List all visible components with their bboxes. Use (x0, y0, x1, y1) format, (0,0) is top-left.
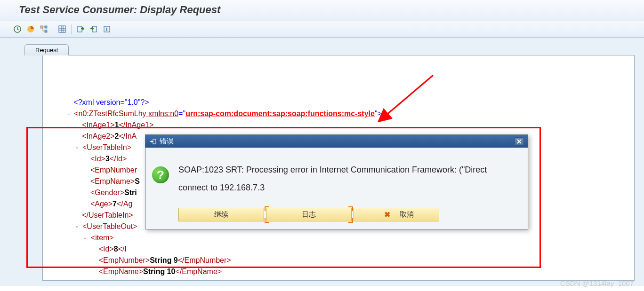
dialog-title-text: 错误 (160, 137, 174, 146)
svg-text:i: i (106, 26, 107, 32)
log-button[interactable]: 日志 (266, 208, 352, 221)
svg-rect-2 (40, 26, 43, 28)
app-header: Test Service Consumer: Display Request (0, 0, 644, 21)
tab-request[interactable]: Request (24, 44, 69, 55)
toolbar-separator (53, 24, 53, 34)
page-title: Test Service Consumer: Display Request (19, 4, 636, 16)
dialog-body: ? SOAP:1023 SRT: Processing error in Int… (145, 148, 528, 205)
svg-rect-16 (153, 139, 156, 144)
info-icon[interactable]: i (102, 24, 112, 34)
dialog-buttons: 继续 日志 ✖ 取消 (145, 205, 528, 229)
tree-icon[interactable] (39, 24, 49, 34)
pie-icon[interactable] (25, 24, 36, 34)
cancel-x-icon: ✖ (384, 210, 390, 219)
watermark: CSDN @1314lay_1007 (560, 279, 634, 287)
svg-rect-4 (45, 30, 47, 32)
export-icon[interactable] (89, 24, 99, 34)
dialog-message: SOAP:1023 SRT: Processing error in Inter… (178, 161, 514, 197)
toolbar-separator (71, 24, 72, 34)
xml-pi: <?xml version="1.0"?> (73, 98, 149, 106)
dialog-close-button[interactable] (515, 137, 524, 146)
error-dialog: 错误 ? SOAP:1023 SRT: Processing error in … (145, 134, 528, 229)
import-icon[interactable] (75, 24, 86, 34)
clock-icon[interactable] (12, 24, 23, 34)
continue-button[interactable]: 继续 (178, 208, 264, 221)
svg-rect-3 (45, 26, 47, 28)
svg-rect-5 (59, 26, 65, 32)
dialog-titlebar: 错误 (145, 135, 528, 148)
cancel-button[interactable]: ✖ 取消 (354, 208, 439, 221)
toolbar: i (0, 21, 644, 38)
dialog-icon (149, 138, 157, 145)
grid-icon[interactable] (57, 24, 67, 34)
question-icon: ? (152, 166, 169, 183)
